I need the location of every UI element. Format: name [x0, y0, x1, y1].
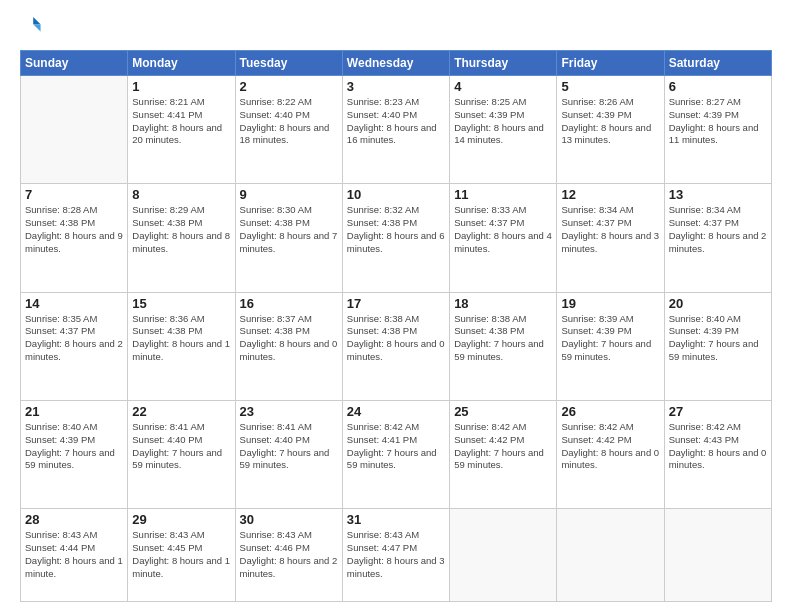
- svg-marker-0: [33, 17, 40, 24]
- calendar-cell: 4Sunrise: 8:25 AMSunset: 4:39 PMDaylight…: [450, 76, 557, 184]
- day-info: Sunrise: 8:29 AMSunset: 4:38 PMDaylight:…: [132, 204, 230, 255]
- weekday-header: Monday: [128, 51, 235, 76]
- day-number: 5: [561, 79, 659, 94]
- calendar-cell: 17Sunrise: 8:38 AMSunset: 4:38 PMDayligh…: [342, 292, 449, 400]
- calendar-cell: 30Sunrise: 8:43 AMSunset: 4:46 PMDayligh…: [235, 509, 342, 602]
- day-number: 9: [240, 187, 338, 202]
- calendar-cell: 20Sunrise: 8:40 AMSunset: 4:39 PMDayligh…: [664, 292, 771, 400]
- day-number: 10: [347, 187, 445, 202]
- day-info: Sunrise: 8:42 AMSunset: 4:42 PMDaylight:…: [454, 421, 552, 472]
- day-info: Sunrise: 8:35 AMSunset: 4:37 PMDaylight:…: [25, 313, 123, 364]
- day-number: 28: [25, 512, 123, 527]
- day-info: Sunrise: 8:38 AMSunset: 4:38 PMDaylight:…: [454, 313, 552, 364]
- day-number: 4: [454, 79, 552, 94]
- day-number: 24: [347, 404, 445, 419]
- day-number: 2: [240, 79, 338, 94]
- calendar-cell: 8Sunrise: 8:29 AMSunset: 4:38 PMDaylight…: [128, 184, 235, 292]
- calendar-cell: 29Sunrise: 8:43 AMSunset: 4:45 PMDayligh…: [128, 509, 235, 602]
- day-number: 26: [561, 404, 659, 419]
- calendar-cell: 6Sunrise: 8:27 AMSunset: 4:39 PMDaylight…: [664, 76, 771, 184]
- day-info: Sunrise: 8:25 AMSunset: 4:39 PMDaylight:…: [454, 96, 552, 147]
- day-number: 30: [240, 512, 338, 527]
- calendar-cell: 5Sunrise: 8:26 AMSunset: 4:39 PMDaylight…: [557, 76, 664, 184]
- day-number: 6: [669, 79, 767, 94]
- day-info: Sunrise: 8:22 AMSunset: 4:40 PMDaylight:…: [240, 96, 338, 147]
- day-number: 18: [454, 296, 552, 311]
- calendar-cell: 13Sunrise: 8:34 AMSunset: 4:37 PMDayligh…: [664, 184, 771, 292]
- calendar-cell: 27Sunrise: 8:42 AMSunset: 4:43 PMDayligh…: [664, 400, 771, 508]
- calendar-header-row: SundayMondayTuesdayWednesdayThursdayFrid…: [21, 51, 772, 76]
- calendar-week-row: 1Sunrise: 8:21 AMSunset: 4:41 PMDaylight…: [21, 76, 772, 184]
- calendar-cell: 25Sunrise: 8:42 AMSunset: 4:42 PMDayligh…: [450, 400, 557, 508]
- calendar-cell: 16Sunrise: 8:37 AMSunset: 4:38 PMDayligh…: [235, 292, 342, 400]
- day-info: Sunrise: 8:33 AMSunset: 4:37 PMDaylight:…: [454, 204, 552, 255]
- calendar-cell: [557, 509, 664, 602]
- day-number: 23: [240, 404, 338, 419]
- day-number: 1: [132, 79, 230, 94]
- day-info: Sunrise: 8:21 AMSunset: 4:41 PMDaylight:…: [132, 96, 230, 147]
- calendar-cell: 9Sunrise: 8:30 AMSunset: 4:38 PMDaylight…: [235, 184, 342, 292]
- day-number: 14: [25, 296, 123, 311]
- calendar-cell: 19Sunrise: 8:39 AMSunset: 4:39 PMDayligh…: [557, 292, 664, 400]
- calendar-cell: 12Sunrise: 8:34 AMSunset: 4:37 PMDayligh…: [557, 184, 664, 292]
- calendar-cell: 10Sunrise: 8:32 AMSunset: 4:38 PMDayligh…: [342, 184, 449, 292]
- day-number: 13: [669, 187, 767, 202]
- day-info: Sunrise: 8:40 AMSunset: 4:39 PMDaylight:…: [669, 313, 767, 364]
- weekday-header: Sunday: [21, 51, 128, 76]
- day-number: 11: [454, 187, 552, 202]
- day-number: 19: [561, 296, 659, 311]
- day-info: Sunrise: 8:41 AMSunset: 4:40 PMDaylight:…: [132, 421, 230, 472]
- calendar-cell: 14Sunrise: 8:35 AMSunset: 4:37 PMDayligh…: [21, 292, 128, 400]
- day-info: Sunrise: 8:39 AMSunset: 4:39 PMDaylight:…: [561, 313, 659, 364]
- day-info: Sunrise: 8:43 AMSunset: 4:44 PMDaylight:…: [25, 529, 123, 580]
- calendar-cell: 3Sunrise: 8:23 AMSunset: 4:40 PMDaylight…: [342, 76, 449, 184]
- calendar-cell: 15Sunrise: 8:36 AMSunset: 4:38 PMDayligh…: [128, 292, 235, 400]
- calendar-cell: 21Sunrise: 8:40 AMSunset: 4:39 PMDayligh…: [21, 400, 128, 508]
- calendar-week-row: 7Sunrise: 8:28 AMSunset: 4:38 PMDaylight…: [21, 184, 772, 292]
- calendar-cell: 22Sunrise: 8:41 AMSunset: 4:40 PMDayligh…: [128, 400, 235, 508]
- day-info: Sunrise: 8:36 AMSunset: 4:38 PMDaylight:…: [132, 313, 230, 364]
- page: SundayMondayTuesdayWednesdayThursdayFrid…: [0, 0, 792, 612]
- day-info: Sunrise: 8:42 AMSunset: 4:42 PMDaylight:…: [561, 421, 659, 472]
- calendar-cell: 11Sunrise: 8:33 AMSunset: 4:37 PMDayligh…: [450, 184, 557, 292]
- logo-icon: [20, 14, 42, 36]
- day-number: 15: [132, 296, 230, 311]
- day-number: 7: [25, 187, 123, 202]
- weekday-header: Friday: [557, 51, 664, 76]
- day-number: 31: [347, 512, 445, 527]
- day-info: Sunrise: 8:43 AMSunset: 4:45 PMDaylight:…: [132, 529, 230, 580]
- day-number: 20: [669, 296, 767, 311]
- day-info: Sunrise: 8:23 AMSunset: 4:40 PMDaylight:…: [347, 96, 445, 147]
- calendar-week-row: 14Sunrise: 8:35 AMSunset: 4:37 PMDayligh…: [21, 292, 772, 400]
- day-info: Sunrise: 8:41 AMSunset: 4:40 PMDaylight:…: [240, 421, 338, 472]
- weekday-header: Wednesday: [342, 51, 449, 76]
- calendar-cell: [21, 76, 128, 184]
- weekday-header: Thursday: [450, 51, 557, 76]
- calendar-cell: 7Sunrise: 8:28 AMSunset: 4:38 PMDaylight…: [21, 184, 128, 292]
- calendar-cell: 23Sunrise: 8:41 AMSunset: 4:40 PMDayligh…: [235, 400, 342, 508]
- weekday-header: Saturday: [664, 51, 771, 76]
- day-number: 22: [132, 404, 230, 419]
- day-info: Sunrise: 8:26 AMSunset: 4:39 PMDaylight:…: [561, 96, 659, 147]
- calendar-cell: [450, 509, 557, 602]
- svg-marker-1: [33, 24, 40, 31]
- calendar-cell: 28Sunrise: 8:43 AMSunset: 4:44 PMDayligh…: [21, 509, 128, 602]
- day-info: Sunrise: 8:42 AMSunset: 4:43 PMDaylight:…: [669, 421, 767, 472]
- day-number: 8: [132, 187, 230, 202]
- day-info: Sunrise: 8:34 AMSunset: 4:37 PMDaylight:…: [561, 204, 659, 255]
- header: [20, 18, 772, 40]
- day-number: 12: [561, 187, 659, 202]
- day-number: 21: [25, 404, 123, 419]
- calendar-cell: 18Sunrise: 8:38 AMSunset: 4:38 PMDayligh…: [450, 292, 557, 400]
- calendar-table: SundayMondayTuesdayWednesdayThursdayFrid…: [20, 50, 772, 602]
- day-number: 16: [240, 296, 338, 311]
- day-number: 27: [669, 404, 767, 419]
- calendar-week-row: 21Sunrise: 8:40 AMSunset: 4:39 PMDayligh…: [21, 400, 772, 508]
- day-info: Sunrise: 8:43 AMSunset: 4:47 PMDaylight:…: [347, 529, 445, 580]
- calendar-cell: 24Sunrise: 8:42 AMSunset: 4:41 PMDayligh…: [342, 400, 449, 508]
- calendar-cell: 1Sunrise: 8:21 AMSunset: 4:41 PMDaylight…: [128, 76, 235, 184]
- calendar-cell: 31Sunrise: 8:43 AMSunset: 4:47 PMDayligh…: [342, 509, 449, 602]
- day-info: Sunrise: 8:40 AMSunset: 4:39 PMDaylight:…: [25, 421, 123, 472]
- day-number: 29: [132, 512, 230, 527]
- calendar-cell: 26Sunrise: 8:42 AMSunset: 4:42 PMDayligh…: [557, 400, 664, 508]
